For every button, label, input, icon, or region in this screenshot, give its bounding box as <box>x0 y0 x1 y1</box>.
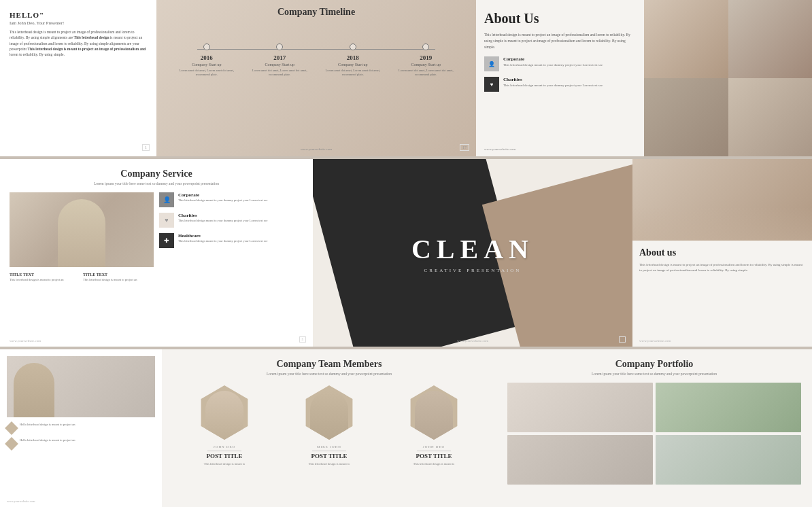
team-member-1: JOHN DEO POST TITLE This letterhead desi… <box>175 385 273 466</box>
timeline-title-normal: Company <box>277 7 320 17</box>
slide-hello: HELLO" Iam John Deo, Your Presenter! Thi… <box>0 0 156 156</box>
small-photo <box>7 356 155 417</box>
timeline-title-bold: Timeline <box>319 7 355 17</box>
service-corporate-desc: This letterhead design meant to your dum… <box>178 198 268 203</box>
row-1: HELLO" Iam John Deo, Your Presenter! Thi… <box>0 0 812 156</box>
portfolio-title-normal: Company <box>615 359 658 369</box>
about-website: www.yourwebsite.com <box>484 147 515 151</box>
heart-icon: ♥ <box>165 217 168 224</box>
portfolio-image-4 <box>656 435 801 485</box>
person-icon: 👤 <box>488 61 495 67</box>
service-bottom-item-2: TITLE TEXT This letterhead design is mea… <box>83 273 154 282</box>
service-item-body-1: This letterhead design is meant to proje… <box>10 278 80 282</box>
portfolio-image-1 <box>507 383 653 432</box>
plus-icon: ✚ <box>164 237 169 244</box>
corporate-title: Corporate <box>503 56 603 62</box>
service-content: TITLE TEXT This letterhead design is mea… <box>10 192 303 282</box>
about-image-3 <box>644 78 728 156</box>
page-number: 1 <box>142 144 150 151</box>
service-healthcare-item: ✚ Healthcare This letterhead design mean… <box>159 233 303 248</box>
timeline-website: www.yourwebsite.com <box>301 147 332 151</box>
team-avatar-1 <box>197 385 252 440</box>
corporate-text: Corporate This letterhead design meant t… <box>503 56 603 67</box>
team-body-2: This letterhead design is meant to <box>309 462 350 466</box>
team-avatar-figure-2 <box>310 391 348 440</box>
team-title-bold: Team Members <box>318 359 382 369</box>
service-charities-desc: This letterhead design meant to your dum… <box>178 219 268 223</box>
timeline-item-title-3: Company Start up <box>338 63 368 67</box>
team-post-3: POST TITLE <box>416 453 452 459</box>
person-icon: 👤 <box>163 196 171 203</box>
corporate-icon-box: 👤 <box>484 56 499 71</box>
timeline-year-2: 2017 <box>273 54 286 61</box>
row-3: Hello letterhead design is meant to proj… <box>0 347 812 507</box>
clean-page: 3 <box>619 336 626 343</box>
clean-center: CLEAN CREATIVE PRESENTAION <box>411 233 534 273</box>
team-title: Company Team Members <box>175 359 483 370</box>
small-item-text-1: Hello letterhead design is meant to proj… <box>20 423 75 427</box>
portfolio-desc: Lorem ipsum your title here some text so… <box>507 372 801 376</box>
team-desc: Lorem ipsum your title here some text so… <box>175 372 483 376</box>
service-bottom-item-1: TITLE TEXT This letterhead design is mea… <box>10 273 80 282</box>
about-sm-website: www.yourwebsite.com <box>639 339 671 343</box>
timeline-year-3: 2018 <box>347 54 359 61</box>
timeline-item-body-1: Lorem amet dot amet, Lorem amet dot amet… <box>176 69 237 77</box>
small-website: www.yourwebsite.com <box>7 500 35 503</box>
service-photo-person <box>58 199 105 267</box>
slide-portfolio: Company Portfolio Lorem ipsum your title… <box>496 349 812 507</box>
small-item-text-2: Hello letterhead design is meant to proj… <box>20 438 75 442</box>
team-avatar-figure-1 <box>205 391 243 440</box>
timeline-dot-3 <box>350 43 356 50</box>
slide-clean: CLEAN CREATIVE PRESENTAION www.yourwebsi… <box>313 159 632 347</box>
team-member-3: JOHN DEO POST TITLE This letterhead desi… <box>385 385 483 466</box>
service-photo <box>10 192 154 267</box>
service-charities-item: ♥ Charities This letterhead design meant… <box>159 213 303 228</box>
about-right-images <box>644 0 812 156</box>
service-desc: Lorem ipsum your title here some text so… <box>10 181 303 186</box>
team-body-1: This letterhead design is meant to <box>204 462 246 466</box>
timeline-page: 17 <box>460 144 469 151</box>
slide-team: Company Team Members Lorem ipsum your ti… <box>162 349 496 507</box>
charities-title: Charities <box>503 77 603 82</box>
about-sm-title: About us <box>639 247 805 258</box>
service-healthcare-desc: This letterhead design meant to your dum… <box>178 239 268 243</box>
service-corporate-icon: 👤 <box>159 192 174 207</box>
team-body-3: This letterhead design is meant to <box>413 462 455 466</box>
about-sm-top-image <box>632 159 812 241</box>
team-post-1: POST TITLE <box>207 453 243 459</box>
timeline-item-4: 2019 Company Start up Lorem amet dot ame… <box>395 43 456 77</box>
slide-about-us: About Us This letterhead design is meant… <box>476 0 812 156</box>
portfolio-grid <box>507 383 801 485</box>
team-avatar-3 <box>407 385 461 440</box>
slide-small-left: Hello letterhead design is meant to proj… <box>0 349 162 507</box>
timeline-item-title-2: Company Start up <box>265 63 294 67</box>
heart-icon: ♥ <box>490 82 494 88</box>
charities-text: Charities This letterhead design meant t… <box>503 77 603 88</box>
portfolio-title: Company Portfolio <box>507 359 801 370</box>
about-image-4 <box>728 78 813 156</box>
about-image-2 <box>728 0 813 78</box>
small-item-2: Hello letterhead design is meant to proj… <box>7 438 155 449</box>
team-title-normal: Company <box>277 359 319 369</box>
timeline-item-1: 2016 Company Start up Lorem amet dot ame… <box>176 43 237 77</box>
service-charities-icon: ♥ <box>159 213 174 228</box>
service-corporate-title: Corporate <box>178 192 268 198</box>
charities-desc: This letterhead design meant to your dum… <box>503 83 603 88</box>
row-2: Company Service Lorem ipsum your title h… <box>0 156 812 347</box>
service-left: TITLE TEXT This letterhead design is mea… <box>10 192 154 282</box>
clean-title: CLEAN <box>411 233 534 265</box>
charities-icon-box: ♥ <box>484 77 499 92</box>
team-divider-1 <box>207 451 241 451</box>
service-corporate-text: Corporate This letterhead design meant t… <box>178 192 268 203</box>
corporate-desc: This letterhead design meant to your dum… <box>503 63 603 67</box>
timeline-item-body-2: Lorem amet dot amet, Lorem amet dot amet… <box>249 69 310 77</box>
hello-body: This letterhead design is meant to proje… <box>10 29 147 57</box>
service-corporate-item: 👤 Corporate This letterhead design meant… <box>159 192 303 207</box>
service-healthcare-title: Healthcare <box>178 233 268 239</box>
team-avatar-figure-3 <box>415 391 453 440</box>
portfolio-title-bold: Portfolio <box>657 359 693 369</box>
small-item-body-2: Hello letterhead design is meant to proj… <box>20 438 75 442</box>
slide-timeline: Company Timeline 2016 Company Start up L… <box>156 0 476 156</box>
service-title: Company Service <box>10 169 303 179</box>
team-avatar-inner-3 <box>407 385 461 440</box>
